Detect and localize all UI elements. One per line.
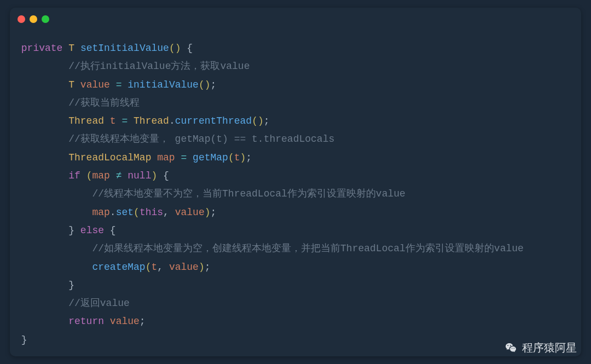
maximize-icon [42,15,49,23]
watermark: 程序猿阿星 [505,340,577,355]
wechat-icon [505,342,518,355]
minimize-icon [30,15,37,23]
code-line: createMap(t, value); [15,262,211,273]
code-window: private T setInitialValue() { //执行initia… [10,8,581,356]
code-line: map.set(this, value); [15,207,216,218]
code-line: //线程本地变量不为空，当前ThreadLocal作为索引设置映射的value [15,188,405,199]
code-line: //获取线程本地变量， getMap(t) == t.threadLocals [15,134,334,145]
code-line: //如果线程本地变量为空，创建线程本地变量，并把当前ThreadLocal作为索… [15,243,524,254]
close-icon [18,15,25,23]
code-line: //返回value [15,298,130,309]
code-line: } [15,280,74,291]
code-line: private T setInitialValue() { [15,43,193,54]
code-line: return value; [15,316,146,327]
code-line: T value = initialValue(); [15,79,216,90]
window-titlebar [10,8,581,23]
code-line: } else { [15,225,116,236]
code-block: private T setInitialValue() { //执行initia… [10,23,581,355]
code-line: //执行initialValue方法，获取value [15,61,250,72]
code-line: } [15,334,27,345]
watermark-text: 程序猿阿星 [522,340,577,355]
code-line: ThreadLocalMap map = getMap(t); [15,152,252,163]
code-line: if (map ≠ null) { [15,170,169,181]
code-line: //获取当前线程 [15,97,140,108]
code-line: Thread t = Thread.currentThread(); [15,115,270,126]
